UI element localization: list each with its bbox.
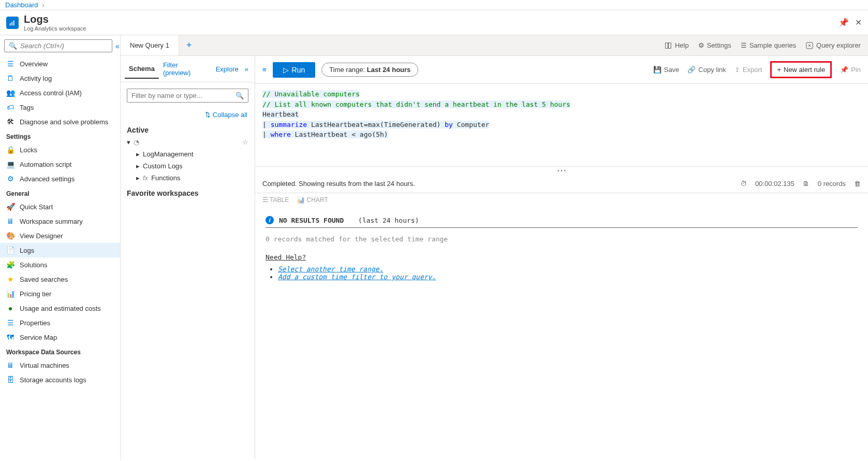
sample-queries-button[interactable]: ☰Sample queries xyxy=(741,41,796,49)
play-icon: ▷ xyxy=(283,66,289,74)
duration-text: 00:00:02.135 xyxy=(755,180,795,188)
sidebar-item-overview[interactable]: ☰Overview xyxy=(0,56,120,71)
info-icon: i xyxy=(266,216,274,224)
sidebar-item-label: Virtual machines xyxy=(20,362,69,369)
help-link-customfilter[interactable]: Add a custom time filter to your query. xyxy=(278,273,436,281)
sidebar-item-locks[interactable]: 🔒Locks xyxy=(0,142,120,157)
sidebar-item-label: Advanced settings xyxy=(20,175,75,183)
settings-button[interactable]: ⚙Settings xyxy=(698,41,731,49)
sidebar-item-pricing[interactable]: 📊Pricing tier xyxy=(0,286,120,301)
sidebar-item-properties[interactable]: ☰Properties xyxy=(0,315,120,330)
add-tab-button[interactable]: + xyxy=(179,40,199,51)
new-alert-rule-button[interactable]: +New alert rule xyxy=(770,61,832,78)
close-icon[interactable]: ✕ xyxy=(855,18,862,27)
db-icon: ◔ xyxy=(134,138,139,146)
sidebar-item-tags[interactable]: 🏷Tags xyxy=(0,100,120,114)
sidebar-item-savedsearches[interactable]: ★Saved searches xyxy=(0,272,120,286)
script-icon: 💻 xyxy=(6,160,14,168)
sidebar-item-advanced[interactable]: ⚙Advanced settings xyxy=(0,171,120,186)
zero-matched: 0 records matched for the selected time … xyxy=(266,235,858,243)
lock-icon: 🔒 xyxy=(6,146,14,154)
run-button[interactable]: ▷ Run xyxy=(273,62,316,78)
query-explorer-button[interactable]: Query explorer xyxy=(805,41,861,50)
label: Time range: xyxy=(329,66,365,74)
results-header: Completed. Showing results from the last… xyxy=(255,175,868,193)
section-data-sources: Workspace Data Sources xyxy=(0,344,120,358)
filter-icon[interactable]: ≡ xyxy=(262,66,267,74)
label: Help xyxy=(675,41,689,49)
time-range-picker[interactable]: Time range: Last 24 hours xyxy=(321,63,418,77)
pin-icon[interactable]: 📌 xyxy=(838,18,849,27)
sidebar-item-automation[interactable]: 💻Automation script xyxy=(0,157,120,171)
fx-icon: fx xyxy=(143,174,148,182)
query-tabs: New Query 1 + Help ⚙Settings ☰Sample que… xyxy=(121,35,868,56)
workspace-node[interactable]: ▾ ◔ ☆ xyxy=(121,136,255,148)
save-icon: 💾 xyxy=(653,66,661,74)
results-view-tabs: ☰ TABLE 📊 CHART xyxy=(255,193,868,207)
clock-icon: ⏱ xyxy=(740,180,747,188)
explorer-icon xyxy=(805,41,814,50)
records-text: 0 records xyxy=(818,180,846,188)
overview-icon: ☰ xyxy=(6,60,14,68)
label: New alert rule xyxy=(784,66,825,74)
solutions-icon: 🧩 xyxy=(6,261,14,269)
sidebar-item-label: Quick Start xyxy=(20,203,53,211)
sidebar-item-vms[interactable]: 🖥Virtual machines xyxy=(0,358,120,372)
svg-rect-0 xyxy=(10,23,11,25)
tab-explore[interactable]: Explore xyxy=(212,60,243,78)
txt: LastHeartbeat < ago(5h) xyxy=(291,131,388,138)
txt: LastHeartbeat=max(TimeGenerated) xyxy=(307,121,445,128)
query-editor[interactable]: // Unavailable computers // List all kno… xyxy=(255,84,868,167)
list-icon: ☰ xyxy=(741,41,747,49)
schema-panel: Schema Filter (preview) Explore « 🔍 ⇅ Co… xyxy=(121,56,255,460)
page-subtitle: Log Analytics workspace xyxy=(24,25,86,32)
sidebar-item-activity-log[interactable]: 🗒Activity log xyxy=(0,71,120,85)
sidebar-item-storage[interactable]: 🗄Storage accounts logs xyxy=(0,372,120,387)
help-link-timerange[interactable]: Select another time range. xyxy=(278,265,384,273)
logs-logo-icon xyxy=(6,17,19,29)
sidebar-item-summary[interactable]: 🖥Workspace summary xyxy=(0,214,120,228)
tab-schema[interactable]: Schema xyxy=(125,60,159,79)
tab-table[interactable]: ☰ TABLE xyxy=(262,196,289,204)
favorite-star-icon[interactable]: ☆ xyxy=(242,138,248,146)
sidebar-item-solutions[interactable]: 🧩Solutions xyxy=(0,257,120,272)
logs-icon: 📄 xyxy=(6,246,14,254)
copy-link-button[interactable]: 🔗Copy link xyxy=(687,66,726,74)
chevron-right-icon: ▸ xyxy=(136,162,140,170)
collapse-all-button[interactable]: ⇅ Collapse all xyxy=(121,109,255,121)
sidebar-item-access-control[interactable]: 👥Access control (IAM) xyxy=(0,85,120,100)
search-icon: 🔍 xyxy=(9,42,17,50)
schema-filter-input[interactable] xyxy=(131,92,236,99)
trash-icon[interactable]: 🗑 xyxy=(854,180,861,188)
tab-filter-preview[interactable]: Filter (preview) xyxy=(159,56,212,82)
star-icon: ★ xyxy=(6,275,14,283)
kw: by xyxy=(445,121,453,128)
help-button[interactable]: Help xyxy=(664,41,689,50)
export-button[interactable]: ⇪Export xyxy=(734,66,762,74)
sidebar-item-label: Storage accounts logs xyxy=(20,376,86,384)
tab-query-1[interactable]: New Query 1 xyxy=(121,35,179,55)
tree-functions[interactable]: ▸fxFunctions xyxy=(121,172,255,184)
iam-icon: 👥 xyxy=(6,89,14,97)
pin-button[interactable]: 📌Pin xyxy=(840,66,861,74)
collapse-schema-icon[interactable]: « xyxy=(243,60,251,78)
sidebar-item-diagnose[interactable]: 🛠Diagnose and solve problems xyxy=(0,114,120,129)
sidebar-item-logs[interactable]: 📄Logs xyxy=(0,243,120,257)
breadcrumb-link[interactable]: Dashboard xyxy=(5,1,38,9)
resize-handle[interactable]: • • • xyxy=(255,167,868,175)
sidebar-item-quickstart[interactable]: 🚀Quick Start xyxy=(0,199,120,214)
sidebar-item-label: Locks xyxy=(20,146,37,154)
sidebar-item-servicemap[interactable]: 🗺Service Map xyxy=(0,330,120,344)
section-general: General xyxy=(0,186,120,199)
search-input[interactable] xyxy=(20,42,108,50)
vm-icon: 🖥 xyxy=(6,361,14,369)
value: Last 24 hours xyxy=(367,66,411,74)
no-results-range: (last 24 hours) xyxy=(358,217,419,224)
collapse-sidebar-icon[interactable]: « xyxy=(115,42,120,50)
save-button[interactable]: 💾Save xyxy=(653,66,680,74)
tree-logmanagement[interactable]: ▸LogManagement xyxy=(121,148,255,160)
sidebar-item-viewdesigner[interactable]: 🎨View Designer xyxy=(0,228,120,243)
sidebar-item-usage[interactable]: ●Usage and estimated costs xyxy=(0,301,120,315)
tab-chart[interactable]: 📊 CHART xyxy=(297,196,328,204)
tree-customlogs[interactable]: ▸Custom Logs xyxy=(121,160,255,172)
